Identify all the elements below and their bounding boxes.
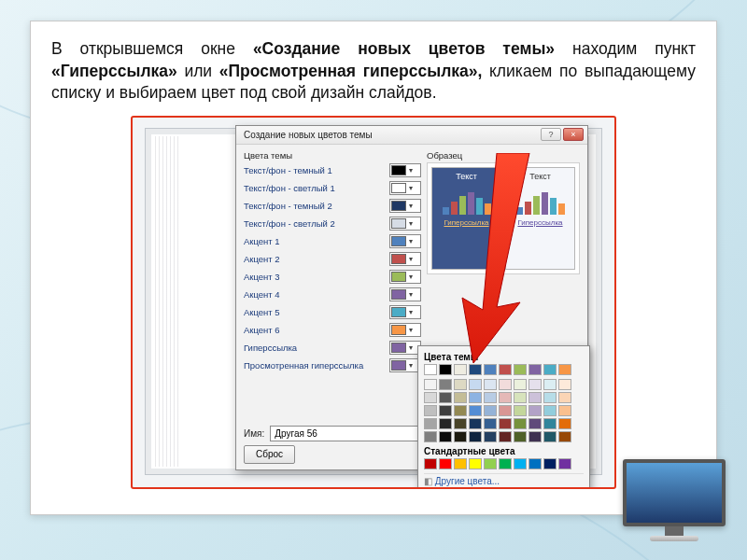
picker-swatch[interactable]: [543, 379, 557, 390]
picker-swatch[interactable]: [469, 458, 482, 469]
picker-swatch[interactable]: [484, 364, 497, 375]
picker-swatch[interactable]: [529, 405, 542, 416]
picker-swatch[interactable]: [439, 405, 452, 416]
color-swatch-button[interactable]: ▾: [389, 234, 421, 248]
picker-swatch[interactable]: [558, 392, 571, 403]
color-swatch-button[interactable]: ▾: [389, 270, 421, 284]
color-row-label: Акцент 2: [244, 254, 389, 264]
picker-swatch[interactable]: [529, 418, 542, 429]
picker-swatch[interactable]: [484, 431, 497, 442]
picker-swatch[interactable]: [558, 405, 571, 416]
picker-swatch[interactable]: [469, 392, 482, 403]
color-row-label: Акцент 3: [244, 272, 389, 282]
picker-swatch[interactable]: [454, 418, 467, 429]
picker-swatch[interactable]: [529, 431, 542, 442]
color-swatch-button[interactable]: ▾: [389, 252, 421, 266]
picker-swatch[interactable]: [439, 364, 452, 375]
picker-swatch[interactable]: [424, 418, 437, 429]
picker-swatch[interactable]: [543, 392, 557, 403]
picker-swatch[interactable]: [558, 364, 571, 375]
picker-swatch[interactable]: [543, 405, 557, 416]
picker-swatch[interactable]: [454, 405, 467, 416]
picker-swatch[interactable]: [499, 458, 512, 469]
picker-swatch[interactable]: [529, 392, 542, 403]
picker-swatch[interactable]: [514, 458, 527, 469]
picker-swatch[interactable]: [424, 458, 437, 469]
color-swatch-button[interactable]: ▾: [389, 217, 421, 231]
color-row: Акцент 4▾: [244, 287, 421, 303]
picker-swatch[interactable]: [484, 405, 497, 416]
picker-swatch[interactable]: [529, 364, 542, 375]
picker-swatch[interactable]: [454, 392, 467, 403]
chevron-down-icon: ▾: [406, 166, 416, 175]
picker-swatch[interactable]: [499, 379, 512, 390]
picker-swatch[interactable]: [499, 418, 512, 429]
picker-swatch[interactable]: [499, 431, 512, 442]
picker-swatch[interactable]: [558, 379, 571, 390]
name-label: Имя:: [244, 428, 264, 439]
color-swatch-button[interactable]: ▾: [389, 305, 421, 319]
picker-swatch[interactable]: [484, 458, 497, 469]
color-row: Текст/фон - темный 2▾: [244, 198, 421, 215]
color-swatch-button[interactable]: ▾: [389, 181, 421, 195]
picker-swatch[interactable]: [454, 431, 467, 442]
picker-swatch[interactable]: [424, 392, 437, 403]
picker-swatch[interactable]: [439, 431, 452, 442]
picker-swatch[interactable]: [514, 431, 527, 442]
picker-swatch[interactable]: [424, 379, 437, 390]
color-row: Текст/фон - светлый 2▾: [244, 216, 421, 232]
close-button[interactable]: ×: [563, 128, 584, 141]
chevron-down-icon: ▾: [406, 219, 416, 228]
chevron-down-icon: ▾: [406, 326, 416, 334]
picker-swatch[interactable]: [454, 379, 467, 390]
screenshot-frame: Создание новых цветов темы ? × Цвета тем…: [131, 116, 616, 489]
picker-swatch[interactable]: [454, 364, 467, 375]
picker-swatch[interactable]: [484, 379, 497, 390]
picker-swatch[interactable]: [558, 431, 571, 442]
picker-swatch[interactable]: [499, 405, 512, 416]
picker-swatch[interactable]: [499, 392, 512, 403]
picker-swatch[interactable]: [529, 458, 542, 469]
picker-swatch[interactable]: [424, 405, 437, 416]
color-swatch-button[interactable]: ▾: [389, 323, 421, 337]
color-swatch-button[interactable]: ▾: [389, 163, 421, 177]
picker-swatch[interactable]: [469, 364, 482, 375]
picker-swatch[interactable]: [439, 379, 452, 390]
color-row-label: Текст/фон - темный 1: [244, 165, 389, 175]
more-colors-link[interactable]: Другие цвета...: [424, 473, 584, 486]
picker-swatch[interactable]: [439, 418, 452, 429]
color-swatch-button[interactable]: ▾: [389, 341, 421, 355]
picker-swatch[interactable]: [499, 364, 512, 375]
picker-swatch[interactable]: [543, 418, 557, 429]
picker-swatch[interactable]: [469, 431, 482, 442]
picker-swatch[interactable]: [529, 379, 542, 390]
picker-swatch[interactable]: [469, 418, 482, 429]
picker-swatch[interactable]: [484, 418, 497, 429]
color-row: Текст/фон - светлый 1▾: [244, 180, 421, 197]
picker-swatch[interactable]: [424, 431, 437, 442]
picker-swatch[interactable]: [514, 405, 527, 416]
picker-swatch[interactable]: [424, 364, 437, 375]
help-button[interactable]: ?: [541, 128, 561, 141]
picker-swatch[interactable]: [514, 418, 527, 429]
reset-button[interactable]: Сброс: [244, 445, 295, 464]
color-swatch-button[interactable]: ▾: [389, 358, 421, 372]
picker-swatch[interactable]: [514, 364, 527, 375]
picker-swatch[interactable]: [558, 418, 571, 429]
picker-swatch[interactable]: [543, 458, 557, 469]
picker-swatch[interactable]: [439, 458, 452, 469]
picker-swatch[interactable]: [543, 431, 557, 442]
picker-swatch[interactable]: [484, 392, 497, 403]
color-swatch-button[interactable]: ▾: [389, 287, 421, 301]
picker-swatch[interactable]: [514, 392, 527, 403]
color-swatch-button[interactable]: ▾: [389, 199, 421, 213]
picker-swatch[interactable]: [469, 379, 482, 390]
picker-swatch[interactable]: [543, 364, 557, 375]
picker-swatch[interactable]: [454, 458, 467, 469]
color-row-label: Гиперссылка: [244, 343, 389, 353]
picker-swatch[interactable]: [514, 379, 527, 390]
chevron-down-icon: ▾: [406, 361, 416, 370]
picker-swatch[interactable]: [469, 405, 482, 416]
picker-swatch[interactable]: [558, 458, 571, 469]
picker-swatch[interactable]: [439, 392, 452, 403]
